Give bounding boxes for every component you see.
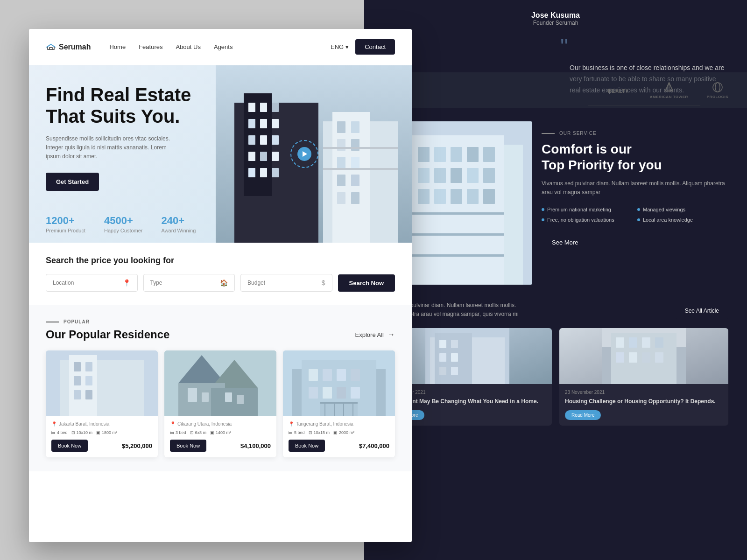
svg-rect-26 xyxy=(337,175,345,186)
type-input[interactable] xyxy=(150,280,217,286)
svg-rect-89 xyxy=(483,189,495,204)
svg-rect-5 xyxy=(272,103,279,112)
search-now-button[interactable]: Search Now xyxy=(338,274,395,292)
svg-rect-29 xyxy=(351,192,359,204)
lang-text: ENG xyxy=(331,43,344,50)
article-title-2: Housing Challenge or Housing Opportunity… xyxy=(565,398,723,406)
article-date-2: 23 November 2021 xyxy=(565,390,723,395)
explore-all-link[interactable]: Explore All → xyxy=(355,330,395,339)
svg-rect-13 xyxy=(260,152,267,161)
spec-area-3: ▣ 2000 m² xyxy=(333,430,354,435)
budget-input[interactable] xyxy=(247,280,318,286)
svg-rect-31 xyxy=(323,168,398,170)
bed-icon-3: 🛏 xyxy=(289,430,293,435)
nav-agents[interactable]: Agents xyxy=(214,43,233,50)
partner-realty: REALTY xyxy=(608,86,631,95)
language-selector[interactable]: ENG ▾ xyxy=(331,43,349,50)
service-tag-line xyxy=(542,133,555,134)
svg-rect-38 xyxy=(85,376,92,385)
contact-button[interactable]: Contact xyxy=(355,39,395,55)
logo[interactable]: Serumah xyxy=(46,43,91,51)
budget-field[interactable]: $ xyxy=(240,274,332,292)
hero-section: Find Real Estate That Suits You. Suspend… xyxy=(29,65,412,243)
home-icon: 🏠 xyxy=(220,279,228,287)
article-body-2: 23 November 2021 Housing Challenge or Ho… xyxy=(559,384,728,426)
read-more-button-2[interactable]: Read More xyxy=(565,410,601,420)
service-tag: OUR SERVICE xyxy=(542,131,728,136)
feature-2: Managed viewings xyxy=(637,207,728,212)
card-image-2 xyxy=(164,350,276,416)
spec-area-2: ▣ 1400 m² xyxy=(210,430,231,435)
location-input[interactable] xyxy=(53,280,119,286)
svg-rect-4 xyxy=(260,103,267,112)
card-specs-2: 🛏 3 bed ⊡ 6x8 m ▣ 1400 m² xyxy=(170,430,271,435)
svg-rect-60 xyxy=(351,387,360,399)
svg-rect-53 xyxy=(309,369,318,381)
svg-rect-9 xyxy=(248,135,255,145)
type-field[interactable]: 🏠 xyxy=(143,274,235,292)
feature-dot-4 xyxy=(637,218,640,221)
property-card-2: 📍 Cikarang Utara, Indonesia 🛏 3 bed ⊡ 6x… xyxy=(164,350,276,457)
play-button[interactable] xyxy=(297,147,311,161)
svg-rect-101 xyxy=(451,367,458,375)
card-location-2: 📍 Cikarang Utara, Indonesia xyxy=(170,421,271,427)
get-started-button[interactable]: Get Started xyxy=(46,173,99,191)
svg-rect-80 xyxy=(418,168,430,183)
hero-subtitle: Suspendisse mollis sollicitudin ores vit… xyxy=(46,134,176,161)
book-button-2[interactable]: Book Now xyxy=(170,440,206,452)
svg-rect-27 xyxy=(351,175,359,186)
nav-features[interactable]: Features xyxy=(139,43,162,50)
stat-premium: 1200+ Premium Product xyxy=(46,215,85,233)
svg-rect-91 xyxy=(411,233,504,236)
dollar-icon: $ xyxy=(322,279,325,287)
logo-text: Serumah xyxy=(59,43,91,51)
see-more-button[interactable]: See More xyxy=(542,234,588,251)
svg-rect-90 xyxy=(411,212,504,215)
svg-rect-37 xyxy=(74,376,81,385)
svg-rect-76 xyxy=(434,147,446,162)
price-3: $7,400,000 xyxy=(359,442,389,449)
building-right-image xyxy=(392,121,532,285)
book-button-1[interactable]: Book Now xyxy=(51,440,88,452)
location-field[interactable]: 📍 xyxy=(46,274,138,292)
navbar: Serumah Home Features About Us Agents EN… xyxy=(29,29,412,65)
svg-rect-49 xyxy=(237,395,244,404)
svg-rect-12 xyxy=(248,152,255,161)
svg-rect-86 xyxy=(434,189,446,204)
svg-rect-84 xyxy=(483,168,495,183)
card-specs-3: 🛏 5 bed ⊡ 10x15 m ▣ 2000 m² xyxy=(289,430,389,435)
svg-point-70 xyxy=(713,83,722,92)
card-body-2: 📍 Cikarang Utara, Indonesia 🛏 3 bed ⊡ 6x… xyxy=(164,416,276,457)
svg-rect-87 xyxy=(451,189,462,204)
svg-rect-2 xyxy=(244,93,272,196)
svg-rect-75 xyxy=(418,147,430,162)
svg-rect-11 xyxy=(272,135,279,145)
svg-rect-98 xyxy=(439,353,446,362)
property-card-3: 📍 Tangerang Barat, Indonesia 🛏 5 bed ⊡ 1… xyxy=(283,350,395,457)
nav-home[interactable]: Home xyxy=(109,43,126,50)
see-all-articles-button[interactable]: See All Article xyxy=(676,303,728,319)
svg-rect-48 xyxy=(225,392,232,402)
svg-rect-10 xyxy=(260,135,267,145)
area-icon-2: ▣ xyxy=(210,430,214,435)
stat-label-awards: Award Winning xyxy=(162,228,196,233)
spec-area-1: ▣ 1800 m² xyxy=(96,430,117,435)
stat-awards: 240+ Award Winning xyxy=(162,215,196,233)
svg-rect-61 xyxy=(320,402,358,416)
book-button-3[interactable]: Book Now xyxy=(289,440,325,452)
arrow-right-icon: → xyxy=(388,330,395,339)
nav-about[interactable]: About Us xyxy=(176,43,200,50)
spec-beds-2: 🛏 3 bed xyxy=(170,430,186,435)
person-info: Jose Kusuma Founder Serumah xyxy=(383,11,728,26)
svg-rect-47 xyxy=(202,392,209,402)
price-1: $5,200,000 xyxy=(122,442,152,449)
stat-customers: 4500+ Happy Customer xyxy=(104,215,143,233)
feature-1: Premium national marketing xyxy=(542,207,633,212)
video-badge[interactable] xyxy=(290,140,318,168)
card-footer-1: Book Now $5,200,000 xyxy=(51,440,152,452)
card-image-1 xyxy=(46,350,158,416)
card-footer-2: Book Now $4,100,000 xyxy=(170,440,271,452)
bed-icon-2: 🛏 xyxy=(170,430,174,435)
svg-rect-77 xyxy=(451,147,462,162)
person-role: Founder Serumah xyxy=(383,20,728,26)
